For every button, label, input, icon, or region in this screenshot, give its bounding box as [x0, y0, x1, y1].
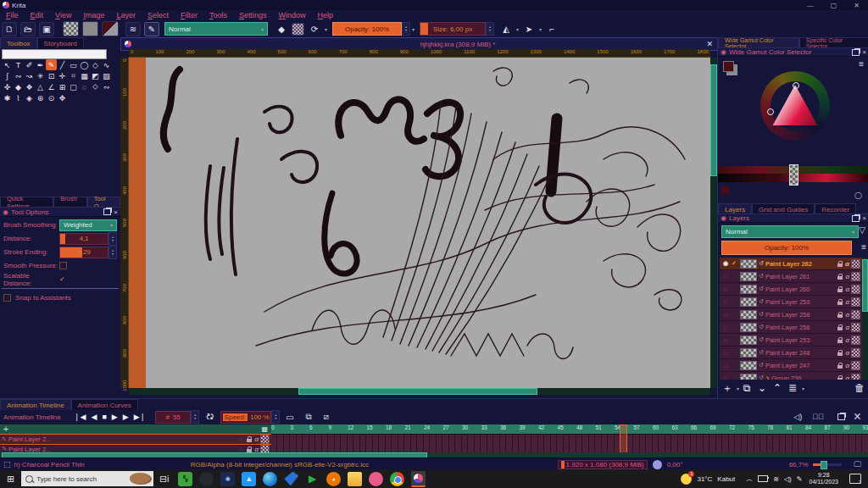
onion-skin-icon[interactable]: ↺	[759, 311, 764, 318]
layer-row[interactable]: ↺ ❯ Paint Layer 260 α	[720, 283, 862, 296]
pattern-chooser[interactable]	[82, 21, 98, 36]
minimize-button[interactable]: —	[807, 2, 814, 9]
visibility-eye-icon[interactable]	[721, 337, 730, 343]
menu-item[interactable]: Window	[273, 11, 312, 19]
onion-skins-icon[interactable]: ▭	[286, 413, 293, 422]
visibility-eye-icon[interactable]	[721, 350, 730, 356]
settings-circle-icon[interactable]: ◯	[854, 191, 862, 199]
timeline-layer-row[interactable]: ✎ Paint Layer 2... α	[0, 434, 271, 445]
chevron-down-icon[interactable]: ▾	[412, 26, 415, 32]
brush-editor-icon[interactable]: ✎	[144, 22, 159, 36]
reload-preset-icon[interactable]: ⟳	[308, 23, 321, 36]
select-shapes-tool[interactable]: ↖	[2, 59, 13, 70]
alpha-lock-icon[interactable]: α	[845, 298, 849, 306]
inherit-alpha-icon[interactable]	[851, 323, 860, 332]
edit-shapes-tool[interactable]: ✐	[24, 59, 35, 70]
zoom-slider[interactable]	[813, 463, 842, 466]
canvas-only-icon[interactable]: 🖵	[854, 460, 861, 469]
frame-spinner[interactable]: ▴▾	[191, 410, 199, 424]
speaker-icon[interactable]: ◁)	[784, 475, 792, 483]
inherit-alpha-icon[interactable]	[260, 435, 270, 444]
workspace-chooser-icon[interactable]: ≋	[125, 22, 141, 36]
lock-icon[interactable]	[837, 375, 843, 380]
layer-row[interactable]: ↺ ❯ Paint Layer 256 α	[720, 321, 862, 334]
start-button[interactable]: ⊞	[7, 474, 14, 485]
rotation-angle[interactable]: 0,00°	[667, 461, 683, 469]
taskbar-krita-icon[interactable]	[411, 471, 426, 487]
visibility-eye-icon[interactable]	[721, 375, 730, 380]
taskbar-google-play-icon[interactable]: ▶	[305, 472, 320, 486]
lock-icon[interactable]	[247, 436, 253, 442]
close-dock-icon[interactable]: ×	[854, 409, 861, 424]
frame-grid[interactable]	[271, 434, 868, 453]
inherit-alpha-icon[interactable]	[851, 297, 860, 307]
ellipse-select-tool[interactable]: ◌	[79, 81, 90, 92]
onion-skin-icon[interactable]: ↺	[759, 374, 764, 380]
layer-row[interactable]: ↺ ❯ Paint Layer 248 α	[720, 347, 862, 359]
strip-handle[interactable]	[789, 164, 798, 186]
layer-name[interactable]: Paint Layer 256	[765, 324, 837, 331]
smart-patch-tool[interactable]: ✜	[2, 81, 13, 92]
inherit-alpha-icon[interactable]	[851, 336, 860, 345]
loop-icon[interactable]: 🗘	[206, 413, 214, 421]
inherit-alpha-icon[interactable]	[851, 259, 860, 269]
text-tool[interactable]: T	[13, 59, 24, 70]
color-handle[interactable]	[793, 82, 799, 89]
eraser-mode-icon[interactable]: ◆	[275, 23, 288, 36]
distance-slider[interactable]: 4,1	[59, 233, 108, 245]
scalable-distance-checkbox[interactable]: ✓	[59, 275, 65, 283]
smooth-pressure-checkbox[interactable]	[59, 262, 67, 269]
gradient-chooser[interactable]	[63, 21, 79, 36]
lock-icon[interactable]	[837, 261, 843, 267]
layer-name[interactable]: Paint Layer 253	[765, 336, 837, 344]
alpha-lock-icon[interactable]: α	[845, 273, 849, 280]
onion-skin-icon[interactable]: ↺	[759, 273, 764, 280]
onion-skin-icon[interactable]: ↺	[759, 349, 764, 356]
opacity-slider[interactable]: Opacity: 100%	[332, 22, 402, 36]
taskbar-pink-app-icon[interactable]	[369, 472, 383, 486]
rotation-compass-icon[interactable]	[653, 460, 662, 469]
mirror-icon[interactable]: ◭	[499, 23, 513, 36]
taskbar-github-icon[interactable]	[199, 472, 214, 486]
snap-icon[interactable]: ⌐	[545, 23, 559, 36]
brush-preset-name[interactable]: h) Charcoal Pencil Thin	[14, 461, 85, 469]
visibility-eye-icon[interactable]	[721, 260, 730, 267]
freehand-select-tool[interactable]: ∾	[101, 81, 112, 92]
onion-skin-icon[interactable]: ↺	[759, 324, 764, 330]
playhead[interactable]	[620, 424, 627, 454]
lock-icon[interactable]	[837, 274, 843, 280]
taskbar-chrome-icon[interactable]	[390, 472, 404, 486]
polygon-select-tool[interactable]: ⬦	[90, 81, 101, 92]
canvas-horizontal-scrollbar[interactable]	[129, 388, 710, 395]
inherit-alpha-icon[interactable]	[851, 310, 860, 319]
inherit-alpha-icon[interactable]	[851, 285, 860, 294]
visibility-eye-icon[interactable]	[236, 436, 245, 442]
scrollbar-thumb[interactable]	[862, 259, 868, 312]
visibility-eye-icon[interactable]	[721, 312, 730, 318]
onion-skin-icon[interactable]: ↺	[759, 336, 764, 343]
save-icon[interactable]: ▣	[39, 22, 54, 36]
skip-to-end-icon[interactable]: ▶❘	[134, 413, 146, 421]
layer-name[interactable]: Paint Layer 260	[765, 286, 837, 293]
canvas-vertical-scrollbar[interactable]	[710, 58, 717, 388]
battery-icon[interactable]	[758, 475, 768, 482]
alpha-lock-icon[interactable]: α	[845, 374, 849, 380]
taskbar-edge-icon[interactable]	[263, 472, 277, 486]
size-spinner[interactable]: ▴▾	[486, 22, 494, 36]
dock-lock-icon[interactable]: ◉	[3, 208, 8, 216]
layer-blend-mode-dropdown[interactable]: Normal▾	[721, 225, 859, 238]
next-frame-icon[interactable]: ▶	[123, 413, 129, 421]
crop-tool[interactable]: ⌗	[68, 70, 79, 81]
line-tool[interactable]: ╱	[57, 59, 68, 70]
polygon-tool[interactable]: ◇	[90, 59, 101, 70]
menu-item[interactable]: Settings	[233, 11, 273, 19]
brush-smoothing-dropdown[interactable]: Weighted▾	[59, 219, 117, 231]
menu-item[interactable]: Help	[312, 11, 340, 19]
fg-bg-colors[interactable]	[102, 21, 119, 36]
reference-images-tool[interactable]: ⊞	[57, 81, 68, 92]
color-sampler-tool[interactable]: ◩	[90, 70, 101, 81]
chevron-down-icon[interactable]: ▾	[539, 26, 542, 32]
magnetic-select-tool[interactable]: ⌇	[13, 92, 24, 103]
lock-icon[interactable]	[837, 337, 843, 343]
distance-spinner[interactable]: ▴▾	[108, 232, 117, 246]
